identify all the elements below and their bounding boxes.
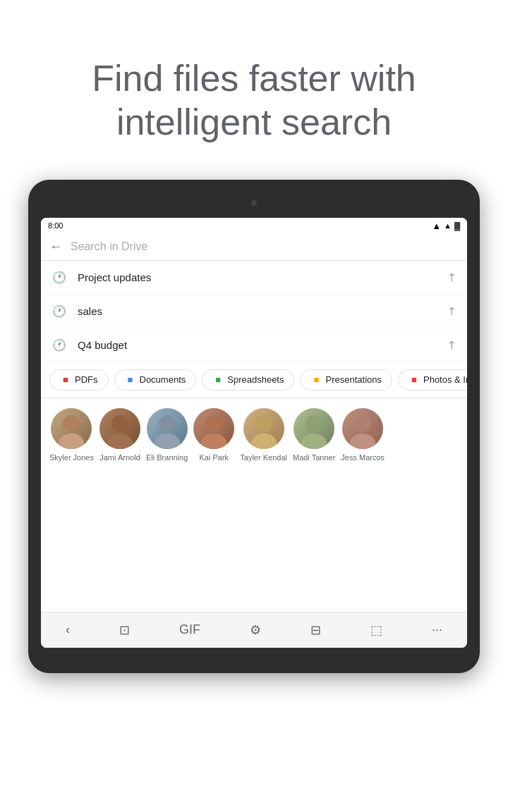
suggestion-item[interactable]: 🕐 Project updates ↗ [41, 261, 467, 295]
doc-icon: ■ [125, 374, 136, 386]
history-icon-1: 🕐 [52, 271, 66, 284]
chip-pdfs-label: PDFs [75, 374, 98, 385]
suggestion-text-1: Project updates [78, 271, 447, 283]
signal-icon: ▲ [432, 221, 441, 231]
kb-more[interactable]: ··· [423, 620, 451, 640]
svg-point-11 [301, 433, 327, 449]
wifi-icon: ▲ [444, 221, 452, 230]
svg-point-0 [63, 415, 80, 432]
people-section: Skyler Jones Jami Arnold Eli Branning [41, 398, 467, 472]
photo-icon: ■ [409, 374, 420, 386]
chip-documents[interactable]: ■ Documents [114, 369, 197, 390]
chip-presentations[interactable]: ■ Presentations [300, 369, 392, 390]
person-name-madi: Madi Tanner [293, 453, 335, 462]
person-name-tayler: Tayler Kendal [240, 453, 287, 462]
camera-dot [251, 200, 257, 206]
filter-chips: ■ PDFs ■ Documents ■ Spreadsheets ■ Pres… [41, 362, 467, 398]
kb-clipboard[interactable]: ⊡ [111, 620, 138, 641]
avatar-kai [193, 408, 234, 449]
svg-point-4 [159, 415, 176, 432]
person-name-kai: Kai Park [200, 453, 229, 462]
person-tayler[interactable]: Tayler Kendal [240, 408, 287, 462]
hero-title: Find files faster with intelligent searc… [42, 56, 466, 144]
history-icon-2: 🕐 [52, 304, 66, 318]
chip-presentations-label: Presentations [325, 374, 382, 385]
avatar-tayler [243, 408, 284, 449]
hero-section: Find files faster with intelligent searc… [0, 0, 508, 173]
tablet-wrapper: 8:00 ▲ ▲ ▓ ← Search in Drive 🕐 Project u… [0, 173, 508, 673]
chip-documents-label: Documents [140, 374, 186, 385]
kb-screen[interactable]: ⊟ [302, 620, 329, 641]
person-name-skyler: Skyler Jones [49, 453, 94, 462]
chip-pdfs[interactable]: ■ PDFs [49, 369, 109, 390]
svg-point-13 [350, 433, 375, 449]
tablet-screen: 8:00 ▲ ▲ ▓ ← Search in Drive 🕐 Project u… [41, 218, 467, 648]
avatar-jami [99, 408, 140, 449]
person-madi[interactable]: Madi Tanner [293, 408, 335, 462]
person-skyler[interactable]: Skyler Jones [49, 408, 94, 462]
svg-point-3 [107, 433, 133, 449]
svg-point-1 [59, 433, 84, 449]
status-bar-right: ▲ ▲ ▓ [432, 221, 460, 231]
kb-gif[interactable]: GIF [171, 620, 209, 640]
pdf-icon: ■ [60, 374, 71, 386]
person-name-eli: Eli Branning [146, 453, 188, 462]
person-eli[interactable]: Eli Branning [146, 408, 188, 462]
kb-layout[interactable]: ⬚ [362, 620, 391, 641]
chip-photos-label: Photos & Images [423, 374, 467, 385]
status-bar: 8:00 ▲ ▲ ▓ [41, 218, 467, 234]
svg-point-9 [251, 433, 277, 449]
svg-point-10 [306, 415, 322, 432]
sheet-icon: ■ [212, 374, 224, 386]
kb-back[interactable]: ‹ [57, 620, 78, 640]
svg-point-12 [354, 415, 371, 432]
svg-point-5 [155, 433, 180, 449]
avatar-jess [342, 408, 383, 449]
tablet-device: 8:00 ▲ ▲ ▓ ← Search in Drive 🕐 Project u… [28, 180, 480, 673]
chip-spreadsheets-label: Spreadsheets [227, 374, 284, 385]
person-kai[interactable]: Kai Park [193, 408, 234, 462]
avatar-skyler [51, 408, 92, 449]
back-button[interactable]: ← [49, 240, 62, 254]
svg-point-6 [205, 415, 222, 432]
search-suggestions: 🕐 Project updates ↗ 🕐 sales ↗ 🕐 Q4 budge… [41, 261, 467, 612]
search-bar[interactable]: ← Search in Drive [41, 234, 467, 261]
battery-icon: ▓ [454, 221, 460, 230]
svg-point-7 [201, 433, 226, 449]
person-name-jess: Jess Marcos [341, 453, 385, 462]
svg-point-8 [255, 415, 272, 432]
suggestion-text-2: sales [78, 305, 447, 317]
history-icon-3: 🕐 [52, 338, 66, 352]
avatar-eli [147, 408, 188, 449]
suggestion-item-3[interactable]: 🕐 Q4 budget ↗ [41, 328, 467, 362]
tablet-top-bar [41, 192, 467, 214]
svg-point-2 [111, 415, 128, 432]
suggestion-item-2[interactable]: 🕐 sales ↗ [41, 295, 467, 328]
slides-icon: ■ [310, 374, 322, 386]
person-name-jami: Jami Arnold [99, 453, 140, 462]
chip-spreadsheets[interactable]: ■ Spreadsheets [202, 369, 294, 390]
person-jess[interactable]: Jess Marcos [341, 408, 385, 462]
avatar-madi [294, 408, 334, 449]
kb-settings[interactable]: ⚙ [241, 620, 270, 641]
keyboard-bar: ‹ ⊡ GIF ⚙ ⊟ ⬚ ··· [41, 612, 467, 648]
search-input[interactable]: Search in Drive [71, 240, 459, 253]
suggestion-text-3: Q4 budget [78, 339, 447, 351]
person-jami[interactable]: Jami Arnold [99, 408, 140, 462]
chip-photos[interactable]: ■ Photos & Images [398, 369, 467, 390]
status-time: 8:00 [48, 221, 63, 230]
